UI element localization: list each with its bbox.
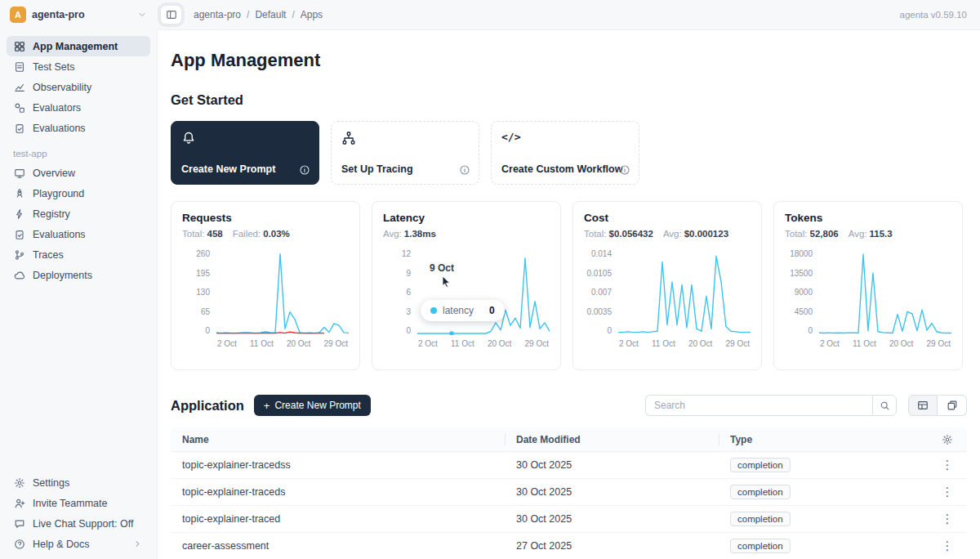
app-date-modified: 30 Oct 2025 bbox=[505, 513, 719, 525]
chart-title: Tokens bbox=[785, 212, 951, 224]
info-icon[interactable] bbox=[619, 164, 630, 176]
sidebar-item-test-sets[interactable]: Test Sets bbox=[7, 56, 150, 77]
search-input[interactable] bbox=[645, 395, 872, 416]
sidebar-item-playground[interactable]: Playground bbox=[7, 183, 150, 203]
create-new-prompt-button[interactable]: + Create New Prompt bbox=[254, 395, 371, 416]
sidebar-item-label: Invite Teammate bbox=[33, 498, 107, 509]
stat-avg: Avg:1.38ms bbox=[383, 229, 436, 239]
sidebar-item-traces[interactable]: Traces bbox=[7, 244, 150, 265]
sidebar-item-label: Settings bbox=[33, 477, 69, 489]
sidebar-item-observability[interactable]: Observability bbox=[7, 77, 150, 97]
row-menu-button[interactable]: ⋮ bbox=[935, 456, 960, 474]
workspace-avatar: A bbox=[10, 7, 26, 23]
sidebar-item-evaluations[interactable]: Evaluations bbox=[7, 118, 150, 138]
code-icon: </> bbox=[501, 131, 520, 143]
sidebar-item-help-docs[interactable]: Help & Docs bbox=[7, 534, 150, 554]
app-version: agenta v0.59.10 bbox=[900, 10, 980, 20]
grid-icon bbox=[13, 41, 25, 52]
chart-stats: Total:458 Failed:0.03% bbox=[182, 229, 349, 239]
table-row[interactable]: topic-explainer-traceds 30 Oct 2025 comp… bbox=[171, 479, 967, 506]
app-name: topic-explainer-traceds bbox=[171, 486, 505, 498]
info-icon[interactable] bbox=[299, 164, 310, 176]
sidebar-item-label: Test Sets bbox=[33, 61, 74, 73]
app-date-modified: 30 Oct 2025 bbox=[505, 486, 719, 498]
breadcrumb-project[interactable]: Default bbox=[241, 9, 286, 20]
app-type-badge: completion bbox=[730, 512, 791, 526]
column-type[interactable]: Type bbox=[719, 434, 928, 445]
sidebar-item-overview[interactable]: Overview bbox=[7, 163, 150, 183]
series-dot bbox=[430, 307, 437, 314]
file-text-icon bbox=[13, 61, 25, 73]
branch-icon bbox=[13, 249, 25, 261]
main-content: App Management Get Started Create New Pr… bbox=[157, 29, 980, 559]
table-settings-gear-icon[interactable] bbox=[942, 434, 953, 445]
card-view-button[interactable] bbox=[938, 395, 967, 416]
chart-stats: Avg:1.38ms bbox=[383, 229, 550, 239]
stat-avg: Avg:115.3 bbox=[849, 229, 893, 239]
metrics-row: Requests Total:458 Failed:0.03% 26019513… bbox=[171, 201, 967, 370]
sidebar-item-label: Observability bbox=[33, 82, 91, 93]
table-view-button[interactable] bbox=[908, 395, 938, 416]
sidebar-item-deployments[interactable]: Deployments bbox=[7, 265, 150, 285]
tracing-nodes-icon bbox=[341, 131, 356, 145]
x-axis-labels: 2 Oct11 Oct20 Oct29 Oct bbox=[417, 335, 550, 348]
sidebar-item-label: Traces bbox=[33, 249, 64, 261]
sidebar-item-label: Deployments bbox=[33, 270, 92, 281]
sidebar-item-evaluations-app[interactable]: Evaluations bbox=[7, 224, 150, 244]
sidebar-item-label: Evaluations bbox=[33, 123, 86, 134]
app-date-modified: 30 Oct 2025 bbox=[505, 459, 719, 471]
set-up-tracing-card[interactable]: Set Up Tracing bbox=[331, 121, 479, 185]
sidebar: App Management Test Sets Observability E… bbox=[0, 29, 157, 559]
sidebar-item-label: Help & Docs bbox=[33, 539, 89, 550]
stat-failed: Failed:0.03% bbox=[233, 229, 290, 239]
y-axis-labels: 129630 bbox=[383, 250, 412, 335]
search-button[interactable] bbox=[872, 395, 897, 416]
rocket-icon bbox=[13, 188, 25, 199]
x-axis-labels: 2 Oct11 Oct20 Oct29 Oct bbox=[216, 335, 349, 348]
line-chart bbox=[819, 250, 951, 335]
chart-title: Requests bbox=[182, 212, 349, 224]
x-axis-labels: 2 Oct11 Oct20 Oct29 Oct bbox=[819, 335, 951, 348]
topbar: A agenta-pro agenta-pro Default Apps age… bbox=[0, 0, 980, 29]
workspace-name: agenta-pro bbox=[32, 9, 131, 20]
sidebar-item-invite-teammate[interactable]: Invite Teammate bbox=[7, 493, 150, 513]
gear-icon bbox=[13, 477, 25, 489]
chevron-right-icon bbox=[131, 539, 144, 548]
sidebar-item-label: Overview bbox=[33, 168, 75, 179]
breadcrumb-page[interactable]: Apps bbox=[286, 9, 323, 20]
cards-view-icon bbox=[947, 400, 958, 411]
create-button-label: Create New Prompt bbox=[274, 400, 360, 411]
row-menu-button[interactable]: ⋮ bbox=[935, 510, 960, 528]
create-new-prompt-card[interactable]: Create New Prompt bbox=[171, 121, 319, 185]
application-heading: Application bbox=[171, 398, 244, 414]
chart-hover-date: 9 Oct bbox=[430, 262, 454, 274]
tooltip-series-name: latency bbox=[443, 305, 474, 316]
table-row[interactable]: topic-explainer-tracedss 30 Oct 2025 com… bbox=[171, 452, 967, 479]
plus-icon: + bbox=[264, 400, 270, 411]
sidebar-item-registry[interactable]: Registry bbox=[7, 203, 150, 224]
y-axis-labels: 1800013500900045000 bbox=[785, 250, 814, 335]
table-row[interactable]: topic-explainer-traced 30 Oct 2025 compl… bbox=[171, 506, 967, 533]
sidebar-item-label: Registry bbox=[33, 208, 70, 220]
info-icon[interactable] bbox=[459, 164, 470, 176]
x-axis-labels: 2 Oct11 Oct20 Oct29 Oct bbox=[618, 335, 751, 348]
sidebar-item-evaluators[interactable]: Evaluators bbox=[7, 97, 150, 118]
table-view-icon bbox=[917, 400, 929, 411]
app-type-badge: completion bbox=[730, 485, 791, 499]
sidebar-collapse-button[interactable] bbox=[160, 5, 182, 25]
breadcrumb-workspace[interactable]: agenta-pro bbox=[194, 9, 241, 20]
table-row[interactable]: career-assessment 27 Oct 2025 completion… bbox=[171, 533, 967, 559]
sidebar-item-live-chat-support[interactable]: Live Chat Support: Off bbox=[7, 513, 150, 534]
create-custom-workflow-card[interactable]: </> Create Custom Workflow bbox=[491, 121, 639, 185]
stat-total: Total:458 bbox=[182, 229, 223, 239]
row-menu-button[interactable]: ⋮ bbox=[935, 483, 960, 501]
app-name: career-assessment bbox=[171, 540, 505, 552]
card-label: Set Up Tracing bbox=[341, 163, 413, 175]
sidebar-item-settings[interactable]: Settings bbox=[7, 472, 150, 493]
sidebar-item-app-management[interactable]: App Management bbox=[7, 36, 150, 56]
bell-icon bbox=[181, 131, 196, 145]
column-date-modified[interactable]: Date Modified bbox=[505, 434, 719, 445]
column-name[interactable]: Name bbox=[171, 434, 505, 445]
row-menu-button[interactable]: ⋮ bbox=[935, 537, 960, 555]
workspace-selector[interactable]: A agenta-pro bbox=[0, 7, 157, 23]
